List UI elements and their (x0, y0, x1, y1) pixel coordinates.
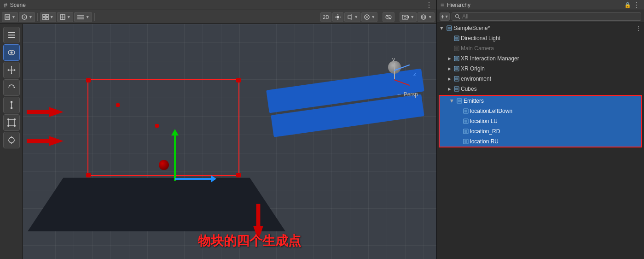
label-environment: environment (461, 76, 491, 82)
hierarchy-toolbar: + ▼ (437, 10, 644, 23)
corner-dot-br (236, 173, 241, 177)
svg-marker-37 (11, 73, 12, 74)
scene-platform (28, 178, 285, 231)
toolbar-audio-btn[interactable]: ▼ (344, 12, 360, 22)
tool-hamburger[interactable] (3, 27, 20, 43)
hierarchy-item-emitters[interactable]: ▶ Emitters (440, 96, 641, 106)
hierarchy-item-xr-origin[interactable]: ▶ XR Origin (437, 64, 644, 74)
hierarchy-item-location-rd[interactable]: ▶ location_RD (440, 126, 641, 136)
svg-point-45 (7, 118, 9, 120)
scene-title: Scene (10, 2, 26, 8)
svg-rect-59 (455, 37, 458, 40)
samplescene-menu[interactable]: ⋮ (635, 24, 642, 32)
toolbar-light-btn[interactable] (332, 12, 343, 22)
toolbar-sphere-btn[interactable]: ▼ (418, 12, 435, 22)
svg-rect-67 (455, 77, 458, 80)
scene-sphere (159, 160, 169, 170)
arrow-emitters: ▶ (449, 98, 455, 104)
hierarchy-item-directional-light[interactable]: ▶ Directional Light (437, 33, 644, 43)
label-cubes: Cubes (461, 86, 477, 92)
icon-location-rd (463, 128, 469, 135)
toolbar-grid-btn[interactable]: ▼ (19, 12, 35, 22)
app-layout: # Scene ⋮ ▼ ▼ ▼ ▼ (0, 0, 644, 259)
left-iconbar (0, 24, 23, 259)
icon-directional-light (453, 35, 460, 41)
label-samplescene: SampleScene* (453, 25, 490, 31)
scene-toolbar: ▼ ▼ ▼ ▼ ▼ 2D (0, 10, 436, 24)
scene-titlebar: # Scene ⋮ (0, 0, 436, 10)
arrow-environment: ▶ (446, 76, 453, 82)
hierarchy-menu-btn[interactable]: ⋮ (633, 0, 640, 9)
search-icon (455, 14, 460, 19)
arrow-samplescene: ▶ (439, 25, 445, 31)
hierarchy-item-main-camera[interactable]: ▶ Main Camera (437, 43, 644, 53)
icon-location-ld (463, 108, 469, 114)
hierarchy-item-location-lu[interactable]: ▶ location LU (440, 116, 641, 126)
icon-cubes (453, 86, 460, 92)
icon-xr-origin (453, 65, 460, 72)
svg-marker-40 (13, 87, 15, 88)
hierarchy-search-input[interactable] (462, 13, 638, 20)
hierarchy-right-actions: 🔒 ⋮ (624, 0, 640, 9)
hierarchy-lock-icon[interactable]: 🔒 (624, 2, 631, 8)
toolbar-camera-btn[interactable]: ▼ (400, 12, 417, 22)
scene-viewport[interactable]: y z ← Persp 物块的四个生成点 (0, 24, 436, 259)
persp-line-x (394, 79, 410, 86)
svg-rect-71 (458, 100, 461, 102)
label-directional-light: Directional Light (461, 35, 500, 41)
label-emitters: Emitters (464, 98, 484, 104)
icon-xr-interaction (453, 55, 460, 62)
svg-point-54 (456, 14, 459, 18)
toolbar-sep-2 (94, 13, 95, 21)
toolbar-eye-off-btn[interactable] (383, 12, 395, 22)
icon-samplescene (446, 25, 453, 31)
hierarchy-item-location-left-down[interactable]: ▶ locationLeftDown (440, 106, 641, 116)
svg-rect-5 (46, 14, 48, 17)
svg-rect-44 (8, 119, 15, 126)
label-xr-origin: XR Origin (461, 65, 485, 72)
hierarchy-item-xr-interaction[interactable]: ▶ XR Interaction Manager (437, 53, 644, 64)
hierarchy-add-button[interactable]: + ▼ (440, 12, 450, 21)
toolbar-2d-btn[interactable]: 2D (320, 12, 331, 22)
svg-rect-23 (402, 15, 408, 19)
toolbar-fx-btn[interactable]: ▼ (361, 12, 377, 22)
scene-menu-button[interactable]: ⋮ (425, 1, 433, 9)
label-location-rd: location_RD (470, 128, 500, 135)
icon-main-camera (453, 45, 460, 52)
persp-line-y (394, 63, 395, 79)
hierarchy-item-cubes[interactable]: ▶ Cubes (437, 84, 644, 94)
svg-rect-7 (46, 18, 48, 20)
axis-z-label: z (413, 71, 416, 77)
toolbar-gizmo-btn[interactable]: ▼ (2, 12, 18, 22)
hierarchy-search-box[interactable] (452, 12, 641, 21)
hierarchy-item-location-ru[interactable]: ▶ location RU (440, 136, 641, 147)
svg-point-46 (14, 118, 16, 120)
svg-marker-19 (348, 15, 351, 19)
tool-move[interactable] (3, 62, 20, 78)
toolbar-snap2-btn[interactable]: ▼ (57, 12, 73, 22)
hierarchy-hash-icon: ≡ (441, 1, 444, 8)
persp-gizmo[interactable]: y z ← Persp (372, 56, 418, 98)
toolbar-sep-3 (380, 13, 380, 21)
hierarchy-item-samplescene[interactable]: ▶ SampleScene* ⋮ (437, 23, 644, 33)
tool-transform[interactable] (3, 132, 20, 148)
label-xr-interaction: XR Interaction Manager (461, 55, 519, 62)
tool-scale[interactable] (3, 97, 20, 113)
svg-rect-69 (455, 88, 458, 90)
corner-dot-bl (86, 173, 91, 177)
svg-rect-4 (43, 14, 45, 17)
tool-rotate[interactable] (3, 79, 20, 96)
tool-rect[interactable] (3, 114, 20, 131)
hierarchy-title: Hierarchy (447, 2, 470, 8)
hierarchy-item-environment[interactable]: ▶ environment (437, 74, 644, 84)
hierarchy-panel: ≡ Hierarchy 🔒 ⋮ + ▼ ▶ (437, 0, 644, 259)
svg-rect-75 (464, 120, 467, 123)
transform-gizmo (157, 116, 193, 181)
toolbar-view-btn[interactable]: ▼ (74, 12, 92, 22)
toolbar-snap-btn[interactable]: ▼ (40, 12, 56, 22)
tool-eye[interactable] (3, 44, 20, 61)
label-location-lu: location LU (470, 118, 498, 124)
icon-location-ru (463, 138, 469, 145)
annotation-text: 物块的四个生成点 (198, 232, 301, 250)
svg-rect-1 (6, 16, 9, 18)
